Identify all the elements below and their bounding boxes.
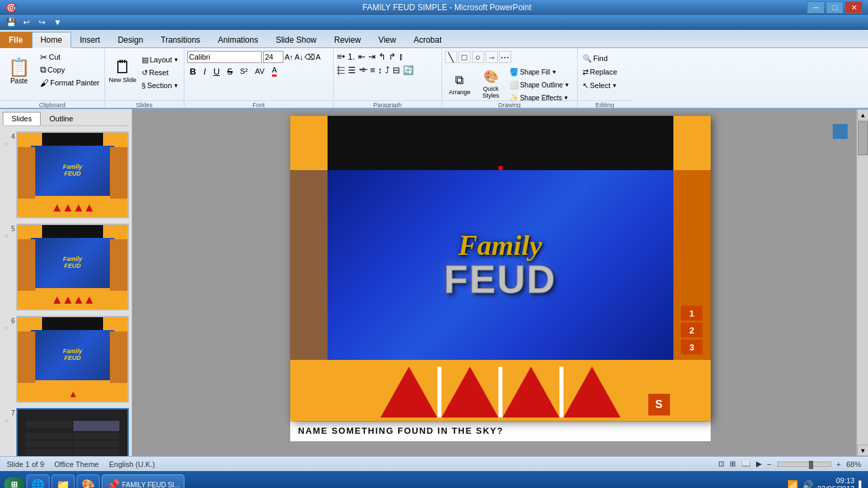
shape-arrow-button[interactable]: →: [486, 51, 498, 63]
columns-button[interactable]: ⫿: [398, 51, 404, 62]
layout-button[interactable]: ▤ Layout ▼: [140, 54, 181, 66]
close-button[interactable]: ✕: [845, 1, 863, 14]
view-normal-button[interactable]: ⊡: [718, 460, 724, 468]
start-button[interactable]: ⊞: [4, 477, 24, 488]
slides-tab[interactable]: Slides: [3, 112, 41, 125]
zoom-out-button[interactable]: −: [767, 460, 771, 468]
outline-tab[interactable]: Outline: [41, 112, 82, 125]
format-painter-button[interactable]: 🖌 Format Painter: [38, 77, 102, 89]
font-size-input[interactable]: [263, 51, 283, 63]
slide-thumb-5[interactable]: FamilyFEUD ▲▲▲▲: [16, 224, 129, 310]
tab-animations[interactable]: Animations: [209, 32, 267, 48]
select-button[interactable]: ↖ Select ▼: [580, 79, 620, 92]
font-color-button[interactable]: A: [269, 64, 279, 78]
qat-dropdown-button[interactable]: ▼: [51, 16, 64, 28]
show-desktop-button[interactable]: ▌: [859, 481, 864, 488]
align-right-button[interactable]: ⬲: [358, 64, 368, 76]
font-size-down-button[interactable]: A↓: [295, 53, 304, 61]
s-button[interactable]: S: [648, 394, 670, 415]
taskbar-powerpoint-button[interactable]: 📌 FAMILY FEUD SI...: [102, 474, 184, 488]
find-button[interactable]: 🔍 Find: [580, 52, 620, 64]
slide-thumb-4[interactable]: FamilyFEUD ▲▲▲▲: [16, 131, 129, 218]
shape-fill-dropdown[interactable]: ▼: [551, 69, 557, 75]
increase-indent-button[interactable]: ⇥: [368, 51, 376, 62]
scroll-up-button[interactable]: ▲: [857, 109, 868, 121]
slide-thumb-6[interactable]: FamilyFEUD ▲: [16, 316, 129, 403]
align-text-button[interactable]: ⊟: [392, 64, 401, 76]
tab-transitions[interactable]: Transitions: [152, 32, 209, 48]
new-slide-button[interactable]: 🗒 New Slide: [108, 51, 138, 92]
spacing-button[interactable]: AV: [252, 66, 267, 77]
tab-slideshow[interactable]: Slide Show: [267, 32, 326, 48]
tab-view[interactable]: View: [370, 32, 405, 48]
shape-rect-button[interactable]: □: [458, 51, 471, 63]
tab-home[interactable]: Home: [32, 32, 71, 48]
view-slideshow-button[interactable]: ▶: [756, 460, 762, 468]
shape-line-button[interactable]: ╲: [445, 51, 457, 63]
zoom-thumb[interactable]: [809, 461, 813, 469]
zoom-in-button[interactable]: +: [837, 460, 841, 468]
slide-thumb-7[interactable]: TOTA TOTA: [16, 408, 129, 456]
right-scrollbar[interactable]: ▲ ▼: [856, 109, 868, 456]
view-reading-button[interactable]: 📖: [741, 460, 751, 468]
shape-outline-dropdown[interactable]: ▼: [564, 82, 570, 88]
ltr-button[interactable]: ↱: [388, 51, 397, 62]
save-qat-button[interactable]: 💾: [4, 16, 18, 28]
font-size-up-button[interactable]: A↑: [285, 53, 294, 61]
align-center-button[interactable]: ☰: [347, 64, 357, 76]
shape-more-button[interactable]: ⋯: [499, 51, 511, 63]
undo-qat-button[interactable]: ↩: [20, 16, 33, 28]
shape-fill-button[interactable]: 🪣 Shape Fill ▼: [507, 66, 572, 78]
clear-format-button[interactable]: ⌫A: [304, 53, 320, 62]
main-slide[interactable]: Family FEUD 1 2 3: [290, 116, 711, 421]
font-name-input[interactable]: [187, 51, 262, 63]
paragraph-group: ≡• 1. ⇤ ⇥ ↰ ↱ ⫿ ⬱ ☰ ⬲ ≡ ↕ ⤴ ⊟ 🔄 Paragrap…: [334, 48, 442, 109]
rtl-button[interactable]: ↰: [378, 51, 387, 62]
line-spacing-button[interactable]: ↕: [377, 64, 383, 76]
reset-button[interactable]: ↺ Reset: [140, 66, 181, 79]
scroll-down-button[interactable]: ▼: [857, 445, 868, 456]
text-direction-button[interactable]: ⤴: [384, 64, 391, 76]
bold-button[interactable]: B: [187, 65, 199, 78]
align-left-button[interactable]: ⬱: [336, 64, 346, 76]
taskbar-explorer-button[interactable]: 📁: [52, 474, 75, 488]
window-controls[interactable]: ─ □ ✕: [807, 1, 863, 14]
quick-styles-button[interactable]: 🎨 Quick Styles: [476, 66, 506, 103]
decrease-indent-button[interactable]: ⇤: [357, 51, 366, 62]
zoom-slider[interactable]: [777, 462, 831, 467]
taskbar-ie-button[interactable]: 🌐: [26, 474, 50, 488]
bullets-button[interactable]: ≡•: [336, 51, 346, 62]
copy-button[interactable]: ⧉ Copy: [38, 64, 102, 76]
slide-row-4: 4 ☆ FamilyFEUD ▲▲▲▲: [16, 131, 129, 218]
minimize-button[interactable]: ─: [807, 1, 825, 14]
paste-button[interactable]: 📋 Paste: [3, 51, 35, 92]
center-screen: Family FEUD: [328, 170, 673, 360]
view-slide-sorter-button[interactable]: ⊞: [730, 460, 736, 468]
blue-selection-box[interactable]: [833, 124, 848, 139]
shadow-button[interactable]: S²: [237, 66, 250, 77]
tab-insert[interactable]: Insert: [71, 32, 109, 48]
select-dropdown[interactable]: ▼: [612, 83, 617, 89]
section-dropdown-icon: ▼: [174, 83, 179, 89]
tab-acrobat[interactable]: Acrobat: [405, 32, 450, 48]
tab-review[interactable]: Review: [326, 32, 370, 48]
justify-button[interactable]: ≡: [370, 64, 376, 76]
redo-qat-button[interactable]: ↪: [35, 16, 49, 28]
arrange-button[interactable]: ⧉ Arrange: [445, 66, 475, 103]
replace-button[interactable]: ⇄ Replace: [580, 66, 620, 78]
shape-oval-button[interactable]: ○: [472, 51, 484, 63]
strikethrough-button[interactable]: S̶: [224, 65, 235, 78]
italic-button[interactable]: I: [201, 65, 209, 78]
underline-button[interactable]: U: [211, 65, 222, 78]
numbering-button[interactable]: 1.: [347, 51, 356, 62]
section-button[interactable]: § Section ▼: [140, 79, 181, 92]
cut-button[interactable]: ✂ Cut: [38, 51, 102, 63]
taskbar-paint-button[interactable]: 🎨: [77, 474, 100, 488]
bottom-left-yellow: [290, 360, 328, 421]
scroll-thumb[interactable]: [858, 121, 868, 155]
tab-file[interactable]: File: [0, 32, 32, 48]
tab-design[interactable]: Design: [109, 32, 152, 48]
shape-outline-button[interactable]: ⬜ Shape Outline ▼: [507, 79, 572, 91]
maximize-button[interactable]: □: [826, 1, 844, 14]
convert-smartart-button[interactable]: 🔄: [402, 64, 414, 76]
